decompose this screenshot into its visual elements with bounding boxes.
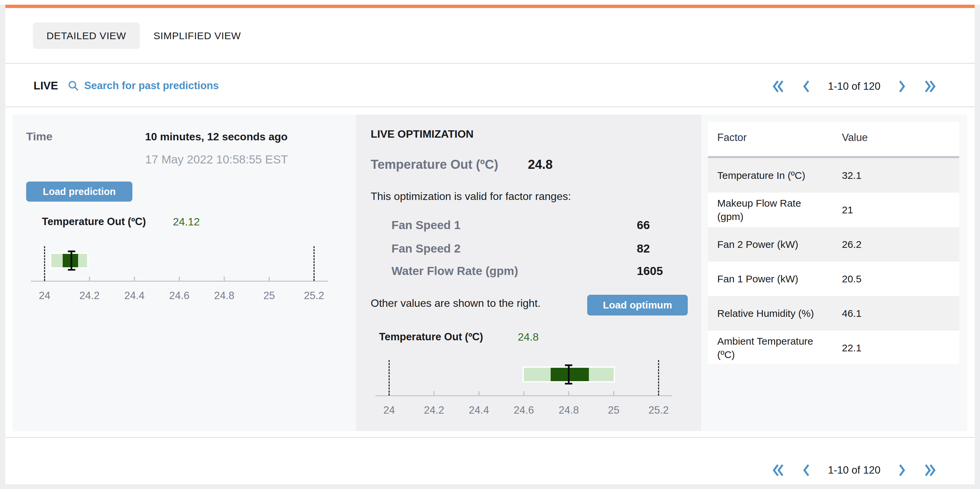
- table-row: Makeup Flow Rate (gpm) 21: [708, 192, 959, 227]
- divider-above-bottom-pagination: [5, 437, 975, 438]
- tab-detailed-view[interactable]: DETAILED VIEW: [33, 22, 140, 49]
- accent-top-bar: [5, 5, 975, 8]
- prediction-metric-value: 24.12: [173, 216, 200, 228]
- chart-tick-label: 24.4: [469, 404, 489, 416]
- chart-tick-label: 25.2: [304, 290, 324, 302]
- table-header-factor: Factor: [717, 132, 747, 144]
- live-status-label: LIVE: [33, 79, 58, 92]
- optimization-title: LIVE OPTIMIZATION: [371, 128, 474, 140]
- previous-page-button[interactable]: [802, 80, 810, 93]
- table-cell-value: 22.1: [842, 342, 861, 354]
- tab-simplified-view[interactable]: SIMPLIFIED VIEW: [153, 22, 241, 49]
- last-page-button[interactable]: [923, 80, 936, 93]
- chart-bound-line: [314, 246, 315, 281]
- chart-tick-label: 24.6: [514, 404, 534, 416]
- chart-tick-label: 24.6: [169, 290, 189, 302]
- timestamp-text: 17 May 2022 10:58:55 EST: [145, 153, 288, 166]
- optimum-chart-metric-label: Temperature Out (ºC): [379, 331, 483, 343]
- pagination-range-label: 1-10 of 120: [828, 464, 880, 476]
- factor-table-panel: Factor Value Temperature In (ºC) 32.1 Ma…: [701, 114, 967, 431]
- optimization-metric-value: 24.8: [528, 157, 553, 172]
- chart-value-marker: [568, 364, 570, 384]
- chart-tick-mark: [269, 277, 270, 281]
- optimization-panel: LIVE OPTIMIZATION Temperature Out (ºC) 2…: [356, 114, 701, 431]
- time-label: Time: [26, 130, 52, 143]
- chart-tick-label: 24.4: [124, 290, 145, 302]
- table-cell-value: 46.1: [842, 308, 861, 319]
- chart-tick-mark: [568, 391, 569, 395]
- chart-tick-mark: [179, 277, 180, 281]
- table-cell-factor: Fan 2 Power (kW): [717, 238, 824, 251]
- search-link-label: Search for past predictions: [84, 80, 218, 92]
- load-optimum-button[interactable]: Load optimum: [587, 295, 688, 316]
- table-row: Relative Humidity (%) 46.1: [708, 296, 959, 330]
- chart-tick-label: 24.2: [424, 404, 444, 416]
- chart-tick-mark: [613, 391, 614, 395]
- chart-bound-line: [44, 246, 45, 281]
- chart-tick-mark: [433, 391, 434, 395]
- optimization-metric-label: Temperature Out (ºC): [371, 157, 498, 172]
- previous-page-button[interactable]: [802, 464, 810, 477]
- chart-tick-label: 24: [39, 290, 50, 302]
- chart-tick-label: 25.2: [649, 404, 669, 416]
- chart-bound-line: [658, 360, 659, 395]
- factor-label-fan-speed-2: Fan Speed 2: [391, 242, 460, 255]
- relative-time-text: 10 minutes, 12 seconds ago: [145, 131, 288, 143]
- chart-value-marker: [71, 251, 72, 271]
- chart-tick-label: 24: [383, 404, 395, 416]
- chart-tick-mark: [89, 277, 90, 281]
- pagination-bottom: 1-10 of 120: [772, 464, 936, 477]
- prediction-metric-label: Temperature Out (ºC): [42, 216, 146, 228]
- table-cell-factor: Temperature In (ºC): [717, 169, 824, 182]
- chart-tick-mark: [478, 391, 479, 395]
- search-past-predictions-link[interactable]: Search for past predictions: [67, 80, 218, 92]
- table-cell-factor: Makeup Flow Rate (gpm): [717, 197, 824, 224]
- page-top-margin: [0, 0, 980, 5]
- chart-tick-label: 24.8: [214, 290, 234, 302]
- table-row: Fan 2 Power (kW) 26.2: [708, 227, 959, 262]
- first-page-button[interactable]: [772, 80, 785, 93]
- factor-value-water-flow-rate: 1605: [637, 264, 663, 278]
- table-cell-factor: Ambient Temperature (ºC): [717, 335, 824, 361]
- chart-tick-label: 25: [608, 404, 619, 416]
- factor-label-water-flow-rate: Water Flow Rate (gpm): [391, 264, 518, 278]
- valid-ranges-text: This optimization is valid for factor ra…: [371, 190, 571, 203]
- app-screen: DETAILED VIEW SIMPLIFIED VIEW LIVE Searc…: [0, 0, 980, 489]
- other-values-text: Other values are shown to the right.: [371, 297, 541, 310]
- factor-value-fan-speed-1: 66: [637, 218, 650, 232]
- chart-bound-line: [389, 360, 390, 395]
- table-row: Temperature In (ºC) 32.1: [708, 158, 959, 192]
- search-icon: [67, 80, 80, 92]
- prediction-panel: Time 10 minutes, 12 seconds ago 17 May 2…: [13, 114, 356, 431]
- last-page-button[interactable]: [923, 464, 936, 477]
- optimum-range-chart: 2424.224.424.624.82525.2: [389, 360, 659, 395]
- first-page-button[interactable]: [772, 464, 785, 477]
- load-prediction-button[interactable]: Load prediction: [26, 181, 132, 202]
- main-card: DETAILED VIEW SIMPLIFIED VIEW LIVE Searc…: [5, 5, 975, 484]
- table-cell-value: 21: [842, 204, 853, 216]
- chart-tick-mark: [134, 277, 135, 281]
- pagination-range-label: 1-10 of 120: [828, 80, 880, 92]
- divider-below-toolbar: [5, 106, 975, 107]
- table-cell-factor: Relative Humidity (%): [717, 307, 824, 320]
- divider-below-tabs: [5, 63, 975, 64]
- pagination-top: 1-10 of 120: [772, 80, 936, 93]
- chart-inner-interval: [550, 368, 589, 381]
- toolbar: LIVE Search for past predictions: [33, 77, 219, 94]
- chart-tick-label: 24.8: [559, 404, 579, 416]
- factor-value-fan-speed-2: 82: [637, 242, 650, 255]
- factor-table: Factor Value Temperature In (ºC) 32.1 Ma…: [708, 122, 959, 364]
- table-cell-value: 26.2: [842, 239, 861, 250]
- next-page-button[interactable]: [898, 464, 906, 477]
- table-row: Ambient Temperature (ºC) 22.1: [708, 330, 959, 365]
- chart-tick-mark: [224, 277, 224, 281]
- chart-tick-mark: [523, 391, 525, 395]
- factor-label-fan-speed-1: Fan Speed 1: [391, 218, 460, 232]
- table-cell-factor: Fan 1 Power (kW): [717, 272, 824, 286]
- prediction-range-chart: 2424.224.424.624.82525.2: [45, 246, 314, 281]
- table-row: Fan 1 Power (kW) 20.5: [708, 262, 959, 296]
- table-header-value: Value: [842, 132, 868, 144]
- chart-tick-label: 24.2: [80, 290, 100, 302]
- next-page-button[interactable]: [898, 80, 906, 93]
- table-cell-value: 32.1: [842, 170, 861, 181]
